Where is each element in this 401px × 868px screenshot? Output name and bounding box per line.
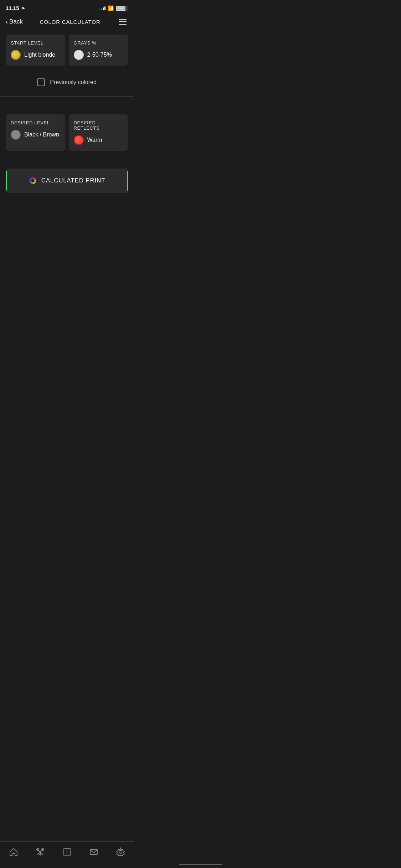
calculated-print-button[interactable]: CALCULATED PRINT xyxy=(6,169,128,193)
desired-reflects-value: Warm xyxy=(87,137,102,143)
status-bar: 11.15 ➤ 📶 ▓▓▓░ xyxy=(0,0,134,14)
desired-reflects-label: DESIRED REFLECTS xyxy=(74,120,123,131)
grays-value: 2-50-75% xyxy=(87,52,112,58)
desired-level-card[interactable]: DESIRED LEVEL Black / Brown xyxy=(6,114,65,151)
hamburger-icon xyxy=(119,24,127,25)
page-title: COLOR CALCULATOR xyxy=(40,19,101,25)
location-icon: ➤ xyxy=(21,6,25,11)
desired-reflects-value-row: Warm xyxy=(74,135,123,145)
start-level-value-row: Light blonde xyxy=(11,50,60,60)
start-section: START LEVEL Light blonde GRAYS % 2-50-75… xyxy=(0,31,134,71)
desired-reflects-card[interactable]: DESIRED REFLECTS Warm xyxy=(69,114,128,151)
hamburger-icon xyxy=(119,19,127,20)
desired-level-dot xyxy=(11,130,21,140)
signal-icon xyxy=(99,6,106,10)
desired-level-value: Black / Brown xyxy=(24,131,59,138)
color-wheel-icon xyxy=(29,176,37,185)
previously-colored-row: Previously colored xyxy=(0,71,134,96)
desired-cards-row: DESIRED LEVEL Black / Brown DESIRED REFL… xyxy=(6,114,128,151)
previously-colored-label: Previously colored xyxy=(50,79,97,86)
start-level-value: Light blonde xyxy=(24,52,55,58)
top-cards-row: START LEVEL Light blonde GRAYS % 2-50-75… xyxy=(6,35,128,66)
start-level-card[interactable]: START LEVEL Light blonde xyxy=(6,35,65,66)
wifi-icon: 📶 xyxy=(108,5,114,11)
content-spacer xyxy=(0,200,134,243)
battery-icon: ▓▓▓░ xyxy=(116,5,128,11)
start-level-dot xyxy=(11,50,21,60)
calc-section: CALCULATED PRINT xyxy=(0,158,134,200)
desired-level-label: DESIRED LEVEL xyxy=(11,120,60,125)
grays-dot xyxy=(74,50,84,60)
desired-level-value-row: Black / Brown xyxy=(11,130,60,140)
desired-reflects-dot xyxy=(74,135,84,145)
calculated-print-label: CALCULATED PRINT xyxy=(41,177,106,184)
grays-label: GRAYS % xyxy=(74,40,123,46)
hamburger-icon xyxy=(119,21,127,22)
chevron-left-icon: ‹ xyxy=(6,18,8,26)
start-level-label: START LEVEL xyxy=(11,40,60,46)
navigation-bar: ‹ Back COLOR CALCULATOR xyxy=(0,14,134,31)
time-display: 11.15 xyxy=(6,5,19,11)
menu-button[interactable] xyxy=(117,17,128,26)
desired-section: DESIRED LEVEL Black / Brown DESIRED REFL… xyxy=(0,97,134,158)
grays-value-row: 2-50-75% xyxy=(74,50,123,60)
status-indicators: 📶 ▓▓▓░ xyxy=(99,5,128,11)
svg-point-1 xyxy=(32,180,34,181)
back-button[interactable]: ‹ Back xyxy=(6,18,23,26)
previously-colored-checkbox[interactable] xyxy=(37,78,45,86)
grays-card[interactable]: GRAYS % 2-50-75% xyxy=(69,35,128,66)
back-label: Back xyxy=(9,18,23,25)
